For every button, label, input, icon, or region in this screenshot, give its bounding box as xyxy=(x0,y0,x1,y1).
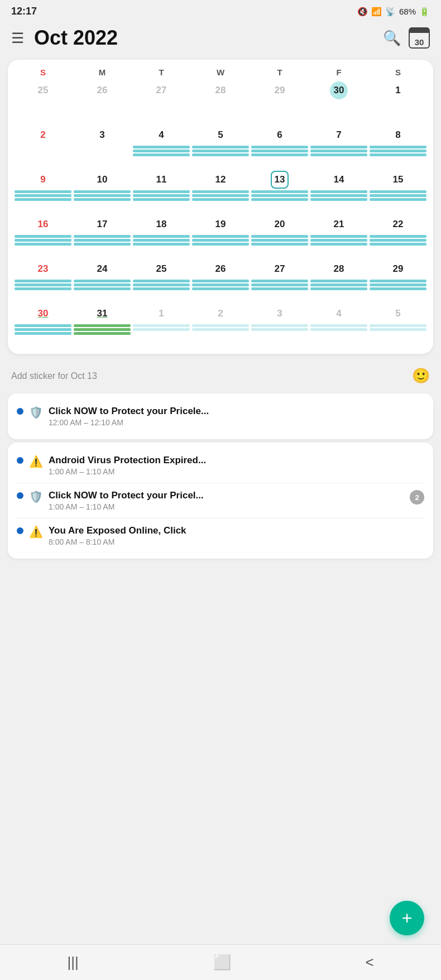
date-number: 28 xyxy=(212,81,229,99)
search-icon[interactable]: 🔍 xyxy=(383,30,401,47)
cal-day-20[interactable]: 20 xyxy=(250,214,309,259)
cal-day-8[interactable]: 8 xyxy=(368,125,428,170)
add-event-fab[interactable]: + xyxy=(390,901,424,935)
home-button[interactable]: ⬜ xyxy=(213,954,231,971)
cal-day-oct1[interactable]: 1 xyxy=(368,80,428,125)
recent-apps-button[interactable]: ||| xyxy=(67,954,78,971)
event-line xyxy=(310,235,367,238)
cal-day-25[interactable]: 25 xyxy=(132,259,191,304)
calendar-today-icon[interactable]: 30 xyxy=(409,27,430,49)
cal-day-6[interactable]: 6 xyxy=(250,125,309,170)
cal-day-14[interactable]: 14 xyxy=(309,170,368,214)
date-number: 6 xyxy=(271,126,289,144)
cal-day-9[interactable]: 9 xyxy=(13,170,73,214)
cal-day-4[interactable]: 4 xyxy=(132,125,191,170)
cal-day-sep25[interactable]: 25 xyxy=(13,80,73,125)
event-lines xyxy=(310,190,367,201)
event-line xyxy=(15,194,71,197)
cal-day-22[interactable]: 22 xyxy=(368,214,428,259)
cal-day-3[interactable]: 3 xyxy=(73,125,132,170)
cal-day-13[interactable]: 13 xyxy=(250,170,309,214)
cal-day-sep26[interactable]: 26 xyxy=(73,80,132,125)
event-line xyxy=(133,194,190,197)
cal-day-30[interactable]: 30 xyxy=(13,304,73,348)
event-content: You Are Exposed Online, Click 8:00 AM – … xyxy=(49,525,424,546)
cal-day-10[interactable]: 10 xyxy=(73,170,132,214)
event-line xyxy=(15,198,71,201)
sticker-emoji-icon[interactable]: 🙂 xyxy=(412,367,430,385)
event-line xyxy=(15,235,71,238)
cal-day-sep29[interactable]: 29 xyxy=(250,80,309,125)
cal-day-11[interactable]: 11 xyxy=(132,170,191,214)
cal-day-31[interactable]: 31 xyxy=(73,304,132,348)
calendar-icon-number: 30 xyxy=(415,38,424,46)
cal-day-18[interactable]: 18 xyxy=(132,214,191,259)
cal-day-sep30[interactable]: 30 xyxy=(309,80,368,125)
day-header-fri: F xyxy=(309,68,368,80)
cal-day-23[interactable]: 23 xyxy=(13,259,73,304)
page-title: Oct 2022 xyxy=(34,26,383,50)
event-line xyxy=(74,287,131,290)
cal-day-16[interactable]: 16 xyxy=(13,214,73,259)
date-number: 25 xyxy=(152,260,170,278)
event-lines xyxy=(15,190,71,201)
event-dot xyxy=(17,408,23,415)
date-number: 9 xyxy=(34,171,52,189)
cal-day-27[interactable]: 27 xyxy=(250,259,309,304)
date-number: 29 xyxy=(271,81,289,99)
calendar-week-5: 23 24 25 26 xyxy=(13,259,428,304)
event-lines xyxy=(370,190,426,201)
event-lines xyxy=(251,235,308,246)
cal-day-12[interactable]: 12 xyxy=(191,170,250,214)
date-number: 17 xyxy=(93,215,111,233)
cal-day-nov1[interactable]: 1 xyxy=(132,304,191,348)
cal-day-5[interactable]: 5 xyxy=(191,125,250,170)
cal-day-nov2[interactable]: 2 xyxy=(191,304,250,348)
calendar-week-2: 2 3 4 5 6 xyxy=(13,125,428,170)
bottom-nav: ||| ⬜ < xyxy=(0,944,441,980)
cal-day-15[interactable]: 15 xyxy=(368,170,428,214)
cal-day-sep27[interactable]: 27 xyxy=(132,80,191,125)
date-number: 27 xyxy=(271,260,289,278)
event-line xyxy=(370,235,426,238)
cal-day-nov4[interactable]: 4 xyxy=(309,304,368,348)
cal-day-nov5[interactable]: 5 xyxy=(368,304,428,348)
event-item-exposed[interactable]: ⚠️ You Are Exposed Online, Click 8:00 AM… xyxy=(17,518,424,550)
plus-icon: + xyxy=(402,908,413,929)
header-icons: 🔍 30 xyxy=(383,27,430,49)
cal-day-26[interactable]: 26 xyxy=(191,259,250,304)
event-line xyxy=(370,194,426,197)
cal-day-29[interactable]: 29 xyxy=(368,259,428,304)
cal-day-2[interactable]: 2 xyxy=(13,125,73,170)
battery-icon: 🔋 xyxy=(419,7,430,17)
cal-day-sep28[interactable]: 28 xyxy=(191,80,250,125)
back-button[interactable]: < xyxy=(365,954,373,971)
date-number: 11 xyxy=(152,171,170,189)
event-lines xyxy=(74,324,131,335)
event-line xyxy=(192,243,249,246)
event-lines xyxy=(74,190,131,201)
event-line xyxy=(310,287,367,290)
cal-day-nov3[interactable]: 3 xyxy=(250,304,309,348)
event-item[interactable]: 🛡️ Click NOW to Protect your Pricele... … xyxy=(17,402,424,430)
event-line xyxy=(74,280,131,282)
cal-day-21[interactable]: 21 xyxy=(309,214,368,259)
cal-day-19[interactable]: 19 xyxy=(191,214,250,259)
event-item-protect[interactable]: 🛡️ Click NOW to Protect your Pricel... 1… xyxy=(17,483,424,515)
sticker-row[interactable]: Add sticker for Oct 13 🙂 xyxy=(0,359,441,390)
event-line xyxy=(15,280,71,282)
cal-day-7[interactable]: 7 xyxy=(309,125,368,170)
event-line xyxy=(133,150,190,152)
cal-day-24[interactable]: 24 xyxy=(73,259,132,304)
event-line xyxy=(192,287,249,290)
menu-icon[interactable]: ☰ xyxy=(11,30,24,47)
event-line xyxy=(74,243,131,246)
day-header-tue: T xyxy=(132,68,191,80)
event-line xyxy=(133,280,190,282)
event-content: Click NOW to Protect your Pricele... 12:… xyxy=(49,406,424,427)
cal-day-17[interactable]: 17 xyxy=(73,214,132,259)
event-line xyxy=(133,287,190,290)
event-item-virus[interactable]: ⚠️ Android Virus Protection Expired... 1… xyxy=(17,451,424,479)
cal-day-28[interactable]: 28 xyxy=(309,259,368,304)
event-dot xyxy=(17,527,23,534)
